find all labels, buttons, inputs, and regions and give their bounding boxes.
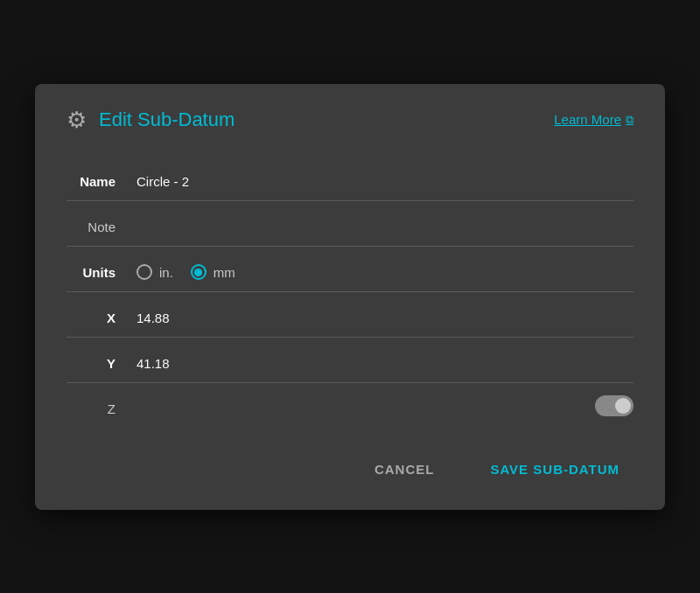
gear-icon: ⚙: [66, 108, 87, 131]
dialog-footer: CANCEL SAVE SUB-DATUM: [66, 453, 634, 485]
name-row: Name: [66, 156, 634, 201]
radio-dot-mm: [194, 269, 202, 276]
edit-sub-datum-dialog: ⚙ Edit Sub-Datum Learn More ⧉ Name Note …: [35, 84, 665, 510]
note-label: Note: [66, 220, 136, 234]
y-label: Y: [66, 356, 136, 371]
units-group: in. mm: [136, 264, 235, 280]
dialog-title: Edit Sub-Datum: [99, 108, 234, 131]
cancel-button[interactable]: CANCEL: [360, 453, 449, 485]
learn-more-link[interactable]: Learn More ⧉: [554, 112, 634, 127]
radio-option-mm[interactable]: mm: [191, 264, 235, 280]
x-label: X: [66, 310, 136, 325]
z-input[interactable]: [136, 398, 634, 420]
note-row: Note: [66, 201, 634, 247]
note-input[interactable]: [136, 216, 634, 238]
save-sub-datum-button[interactable]: SAVE SUB-DATUM: [476, 453, 634, 485]
header-left: ⚙ Edit Sub-Datum: [66, 108, 234, 131]
z-label: Z: [66, 401, 136, 416]
z-toggle[interactable]: [595, 395, 634, 416]
y-row: Y: [66, 338, 634, 383]
name-input[interactable]: [136, 171, 634, 192]
external-link-icon: ⧉: [626, 113, 634, 127]
name-label: Name: [66, 174, 136, 189]
toggle-knob: [615, 398, 631, 414]
form-content: Name Note Units in. mm: [66, 156, 634, 429]
dialog-header: ⚙ Edit Sub-Datum Learn More ⧉: [66, 108, 634, 131]
radio-label-mm: mm: [214, 265, 235, 280]
x-row: X: [66, 292, 634, 338]
radio-circle-in: [136, 264, 152, 280]
radio-circle-mm: [191, 264, 206, 280]
y-input[interactable]: [136, 352, 634, 374]
units-row: Units in. mm: [66, 247, 634, 292]
z-row: Z: [66, 383, 634, 429]
learn-more-label: Learn More: [554, 112, 621, 127]
radio-label-in: in.: [159, 265, 173, 280]
radio-option-in[interactable]: in.: [136, 264, 173, 280]
x-input[interactable]: [136, 307, 634, 329]
units-label: Units: [66, 265, 136, 280]
